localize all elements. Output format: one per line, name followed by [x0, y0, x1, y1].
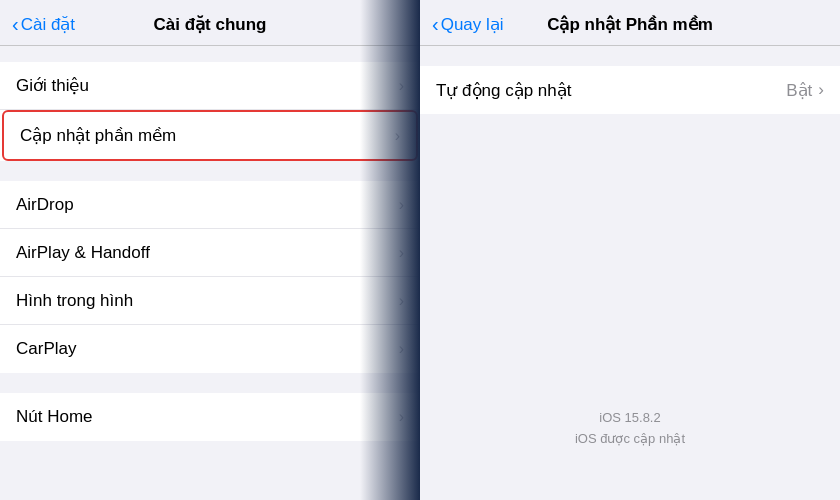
right-back-button[interactable]: ‹ Quay lại [432, 13, 504, 36]
right-nav-bar: ‹ Quay lại Cập nhật Phần mềm [420, 0, 840, 46]
section-general: Giới thiệu › Cập nhật phần mềm › [0, 62, 420, 161]
airplay-handoff-label: AirPlay & Handoff [16, 243, 150, 263]
list-item-gioi-thieu[interactable]: Giới thiệu › [0, 62, 420, 110]
list-item-auto-update[interactable]: Tự động cập nhật Bật › [420, 66, 840, 114]
left-panel: ‹ Cài đặt Cài đặt chung Giới thiệu › Cập… [0, 0, 420, 500]
airdrop-label: AirDrop [16, 195, 74, 215]
list-item-airdrop[interactable]: AirDrop › [0, 181, 420, 229]
right-panel: ‹ Quay lại Cập nhật Phần mềm Tự động cập… [420, 0, 840, 500]
left-back-button[interactable]: ‹ Cài đặt [12, 13, 75, 36]
ios-version-note: iOS 15.8.2 iOS được cập nhật [420, 388, 840, 480]
section-wrapper-3: Nút Home › [0, 393, 420, 441]
left-chevron-icon: ‹ [12, 13, 19, 36]
hinh-trong-hinh-chevron-icon: › [399, 292, 404, 310]
auto-update-value: Bật [786, 80, 812, 101]
hinh-trong-hinh-label: Hình trong hình [16, 291, 133, 311]
left-back-label: Cài đặt [21, 14, 75, 35]
left-nav-title: Cài đặt chung [154, 14, 267, 35]
left-nav-bar: ‹ Cài đặt Cài đặt chung [0, 0, 420, 46]
carplay-chevron-icon: › [399, 340, 404, 358]
airdrop-chevron-icon: › [399, 196, 404, 214]
right-back-label: Quay lại [441, 14, 504, 35]
auto-update-section: Tự động cập nhật Bật › [420, 66, 840, 114]
left-settings-list: Giới thiệu › Cập nhật phần mềm › AirDrop… [0, 46, 420, 500]
list-item-nut-home[interactable]: Nút Home › [0, 393, 420, 441]
section-home: Nút Home › [0, 393, 420, 441]
airplay-handoff-chevron-icon: › [399, 244, 404, 262]
cap-nhat-phan-mem-chevron-icon: › [395, 127, 400, 145]
auto-update-chevron-icon: › [818, 80, 824, 100]
ios-status-text: iOS được cập nhật [436, 429, 824, 450]
ios-version-text: iOS 15.8.2 [436, 408, 824, 429]
carplay-label: CarPlay [16, 339, 76, 359]
section-wrapper-2: AirDrop › AirPlay & Handoff › Hình trong… [0, 181, 420, 373]
gioi-thieu-label: Giới thiệu [16, 75, 89, 96]
gioi-thieu-chevron-icon: › [399, 77, 404, 95]
auto-update-value-group: Bật › [786, 80, 824, 101]
right-nav-title: Cập nhật Phần mềm [547, 14, 713, 35]
nut-home-label: Nút Home [16, 407, 93, 427]
list-item-hinh-trong-hinh[interactable]: Hình trong hình › [0, 277, 420, 325]
section-wrapper-1: Giới thiệu › Cập nhật phần mềm › [0, 62, 420, 161]
list-item-carplay[interactable]: CarPlay › [0, 325, 420, 373]
auto-update-label: Tự động cập nhật [436, 80, 572, 101]
list-item-airplay-handoff[interactable]: AirPlay & Handoff › [0, 229, 420, 277]
right-chevron-icon: ‹ [432, 13, 439, 36]
list-item-cap-nhat-phan-mem[interactable]: Cập nhật phần mềm › [2, 110, 418, 161]
section-connectivity: AirDrop › AirPlay & Handoff › Hình trong… [0, 181, 420, 373]
nut-home-chevron-icon: › [399, 408, 404, 426]
cap-nhat-phan-mem-label: Cập nhật phần mềm [20, 125, 176, 146]
